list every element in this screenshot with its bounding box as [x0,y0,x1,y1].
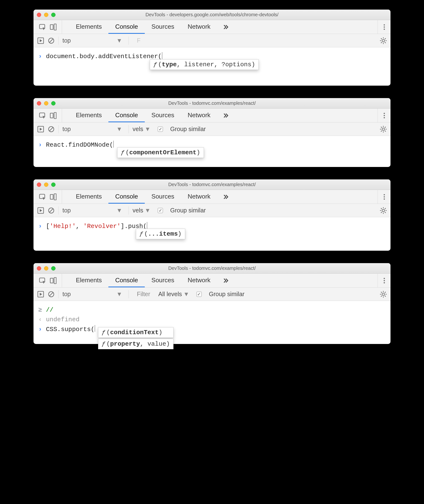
maximize-icon[interactable] [51,101,56,105]
group-similar-label: Group similar [170,126,206,133]
tab-elements[interactable]: Elements [69,274,108,287]
prompt-icon: › [38,325,43,334]
console-line-output: ‹undefined [38,315,386,324]
clear-console-icon[interactable] [48,291,55,298]
log-levels-dropdown[interactable]: vels ▼ [132,126,150,133]
minimize-icon[interactable] [44,101,48,105]
tab-elements[interactable]: Elements [69,190,108,203]
separator [129,37,129,45]
chevron-down-icon: ▼ [116,207,122,214]
console-code[interactable]: CSS.supports( [46,325,95,334]
inspect-icon[interactable] [39,277,45,284]
console-line-input[interactable]: ›React.findDOMNode( [38,140,386,150]
settings-gear-icon[interactable] [380,126,387,133]
more-tabs-icon[interactable] [217,190,235,203]
tab-elements[interactable]: Elements [69,20,108,34]
close-icon[interactable] [37,13,41,17]
group-similar-checkbox[interactable]: ✓ [158,208,163,213]
console-code[interactable]: React.findDOMNode( [46,140,114,150]
console-body[interactable]: ›['Help!', 'Revolver'].push( [33,217,391,251]
group-similar-checkbox[interactable]: ✓ [158,127,163,132]
group-similar-label: Group similar [209,291,244,298]
more-tabs-icon[interactable] [217,274,235,287]
console-line-input[interactable]: ›['Help!', 'Revolver'].push( [38,221,386,231]
separator [129,206,129,215]
inspect-icon[interactable] [39,24,45,30]
minimize-icon[interactable] [44,183,48,187]
tab-sources[interactable]: Sources [145,20,181,34]
group-similar-label: Group similar [170,207,206,214]
execute-icon[interactable] [37,291,44,298]
traffic-lights [37,266,56,270]
minimize-icon[interactable] [44,266,48,270]
more-tabs-icon[interactable] [217,109,235,122]
signature-tooltip: ƒ(property, value) [98,339,174,349]
close-icon[interactable] [37,101,41,105]
maximize-icon[interactable] [51,183,56,187]
tab-console[interactable]: Console [108,274,144,287]
filter-input[interactable]: Filter [132,291,155,298]
maximize-icon[interactable] [51,13,56,17]
settings-gear-icon[interactable] [380,37,387,44]
minimize-icon[interactable] [44,13,48,17]
filter-input[interactable]: F [132,37,145,44]
traffic-lights [37,13,56,17]
group-similar-checkbox[interactable]: ✓ [196,292,202,297]
console-body[interactable]: ›React.findDOMNode( [33,136,391,167]
clear-console-icon[interactable] [48,207,55,214]
more-tabs-icon[interactable] [217,20,235,34]
tab-network[interactable]: Network [181,20,217,34]
tab-elements[interactable]: Elements [69,109,108,122]
separator [129,290,129,298]
clear-console-icon[interactable] [48,126,55,133]
console-line-input[interactable]: ›CSS.supports( [38,325,386,334]
context-dropdown[interactable]: top ▼ [62,291,125,298]
close-icon[interactable] [37,183,41,187]
device-toggle-icon[interactable] [50,112,56,119]
inspect-icon[interactable] [39,194,45,200]
overflow-menu-icon[interactable] [378,20,391,34]
tab-network[interactable]: Network [181,109,217,122]
context-dropdown[interactable]: top ▼ [62,126,125,133]
chevron-down-icon: ▼ [183,291,189,298]
window-title: DevTools - todomvc.com/examples/react/ [33,182,391,187]
tab-console[interactable]: Console [108,190,144,203]
traffic-lights [37,183,56,187]
separator [129,125,129,133]
tab-network[interactable]: Network [181,190,217,203]
log-levels-dropdown[interactable]: vels ▼ [132,207,150,214]
execute-icon[interactable] [37,207,44,214]
console-code[interactable]: document.body.addEventListener( [46,52,162,61]
overflow-menu-icon[interactable] [378,274,391,287]
execute-icon[interactable] [37,37,44,44]
device-toggle-icon[interactable] [50,194,56,200]
execute-icon[interactable] [37,126,44,133]
tab-console[interactable]: Console [108,109,144,122]
context-dropdown[interactable]: top ▼ [62,37,125,44]
tab-sources[interactable]: Sources [145,109,181,122]
window-title: DevTools - developers.google.com/web/too… [33,12,391,18]
device-toggle-icon[interactable] [50,277,56,284]
prompt-icon: › [38,221,43,231]
tab-console[interactable]: Console [108,20,144,34]
context-dropdown[interactable]: top ▼ [62,207,125,214]
settings-gear-icon[interactable] [380,291,387,298]
console-code[interactable]: ['Help!', 'Revolver'].push( [46,221,147,231]
overflow-menu-icon[interactable] [378,109,391,122]
tab-sources[interactable]: Sources [145,190,181,203]
titlebar: DevTools - todomvc.com/examples/react/ [33,98,391,109]
chevron-down-icon: ▼ [144,207,150,214]
devtools-window: DevTools - todomvc.com/examples/react/ E… [33,179,391,251]
device-toggle-icon[interactable] [50,24,56,30]
tab-sources[interactable]: Sources [145,274,181,287]
log-levels-dropdown[interactable]: All levels ▼ [158,291,189,298]
tab-network[interactable]: Network [181,274,217,287]
settings-gear-icon[interactable] [380,207,387,214]
console-body[interactable]: ≥// ‹undefined ›CSS.supports( [33,301,391,344]
chevron-down-icon: ▼ [116,37,122,44]
clear-console-icon[interactable] [48,37,55,44]
maximize-icon[interactable] [51,266,56,270]
inspect-icon[interactable] [39,112,45,119]
close-icon[interactable] [37,266,41,270]
overflow-menu-icon[interactable] [378,190,391,203]
